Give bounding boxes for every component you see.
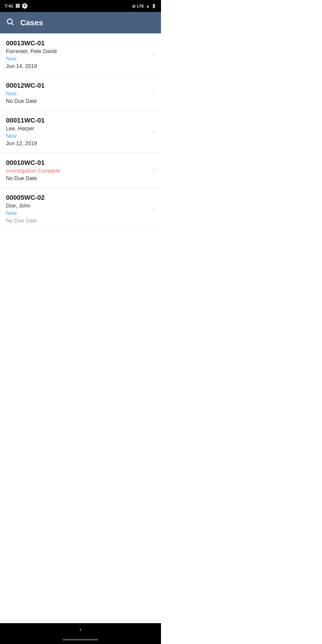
case-date: Jun 12, 2019	[6, 140, 150, 147]
case-status: New	[6, 56, 150, 62]
signal-icon: ▲	[146, 4, 150, 8]
case-status: New	[6, 210, 150, 216]
photo-icon: 🖼	[16, 4, 20, 8]
parking-icon: P	[22, 3, 27, 9]
list-item[interactable]: 00011WC-01 Lee, Harper New Jun 12, 2019 …	[0, 111, 161, 153]
case-content: 00013WC-01 Forrester, Pete David New Jun…	[6, 39, 150, 69]
status-bar: 7:41 🖼 P ◎ LTE ▲ 🔋	[0, 0, 161, 12]
list-item[interactable]: 00005WC-02 Doe, John New No Due Date ›	[0, 188, 161, 230]
case-status: Investigation Complete	[6, 168, 150, 174]
case-number: 00011WC-01	[6, 117, 150, 124]
app-header: Cases	[0, 12, 161, 33]
case-name: Lee, Harper	[6, 126, 150, 132]
wifi-icon: ◎	[132, 4, 135, 8]
case-content: 00011WC-01 Lee, Harper New Jun 12, 2019	[6, 117, 150, 147]
chevron-right-icon: ›	[153, 128, 155, 136]
status-left: 7:41 🖼 P	[5, 3, 27, 9]
status-time: 7:41	[5, 4, 13, 8]
case-name: Doe, John	[6, 203, 150, 209]
case-date: No Due Date	[6, 175, 150, 182]
list-item[interactable]: 00013WC-01 Forrester, Pete David New Jun…	[0, 33, 161, 76]
chevron-right-icon: ›	[153, 166, 155, 174]
network-label: LTE	[137, 4, 144, 8]
chevron-right-icon: ›	[153, 89, 155, 97]
cases-list: 00013WC-01 Forrester, Pete David New Jun…	[0, 33, 161, 275]
status-right: ◎ LTE ▲ 🔋	[132, 4, 156, 8]
battery-icon: 🔋	[151, 4, 156, 8]
case-number: 00013WC-01	[6, 39, 150, 47]
case-date: No Due Date	[6, 218, 150, 224]
case-number: 00010WC-01	[6, 159, 150, 167]
chevron-right-icon: ›	[153, 205, 155, 213]
case-name: Forrester, Pete David	[6, 48, 150, 55]
search-icon[interactable]	[6, 18, 14, 28]
case-number: 00005WC-02	[6, 194, 150, 202]
case-content: 00005WC-02 Doe, John New No Due Date	[6, 194, 150, 224]
list-item[interactable]: 00010WC-01 Investigation Complete No Due…	[0, 153, 161, 188]
page-title: Cases	[20, 18, 43, 27]
svg-line-1	[12, 23, 13, 25]
case-date: Jun 14, 2019	[6, 63, 150, 69]
case-status: New	[6, 91, 150, 97]
list-item[interactable]: 00012WC-01 New No Due Date ›	[0, 76, 161, 111]
case-content: 00012WC-01 New No Due Date	[6, 82, 150, 104]
case-number: 00012WC-01	[6, 82, 150, 89]
case-date: No Due Date	[6, 98, 150, 104]
chevron-right-icon: ›	[153, 51, 155, 58]
case-content: 00010WC-01 Investigation Complete No Due…	[6, 159, 150, 182]
case-status: New	[6, 133, 150, 139]
